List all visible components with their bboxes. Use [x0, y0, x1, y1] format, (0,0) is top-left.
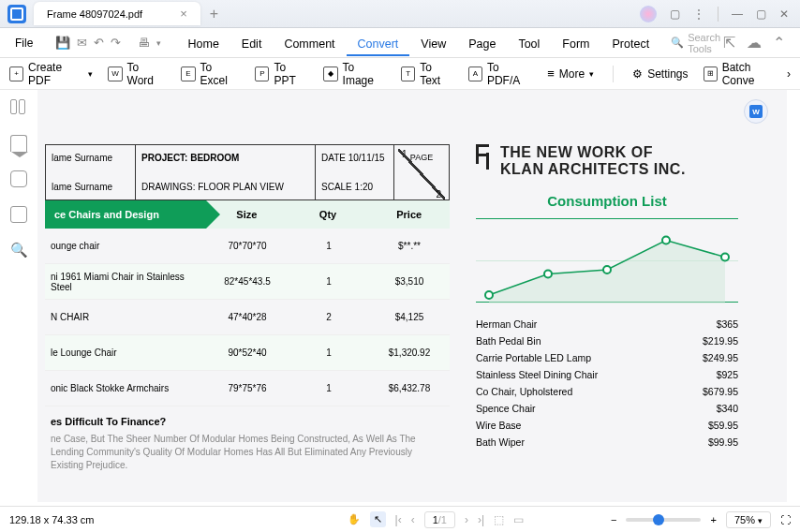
settings-button[interactable]: ⚙Settings: [632, 67, 688, 81]
list-item: Wire Base$59.95: [476, 417, 738, 434]
word-export-badge[interactable]: W: [744, 99, 768, 124]
fullscreen-icon[interactable]: ⛶: [780, 514, 791, 525]
cloud-icon[interactable]: ☁: [747, 34, 762, 52]
notes-section: es Difficult To Finance? ne Case, But Th…: [45, 406, 450, 481]
consumption-chart: [476, 218, 738, 303]
menu-view[interactable]: View: [409, 34, 457, 54]
comment-icon[interactable]: [10, 170, 27, 187]
mail-icon[interactable]: ✉: [77, 34, 87, 52]
save-icon[interactable]: 💾: [55, 34, 70, 52]
undo-icon[interactable]: ↶: [94, 34, 104, 52]
svg-point-2: [603, 266, 611, 273]
select-tool-icon[interactable]: ↖: [370, 511, 386, 527]
menu-home[interactable]: Home: [176, 34, 230, 54]
brand-title-1: THE NEW WORK OF: [500, 144, 686, 161]
list-item: Spence Chair$340: [476, 400, 738, 417]
table-row: le Lounge Chair90*52*401$1,320.92: [45, 335, 450, 371]
consumption-title: Consumption List: [476, 193, 738, 209]
to-excel-button[interactable]: ETo Excel: [181, 61, 240, 87]
drawing-header-table: lame Surname PROJECT: BEDROOM DATE 10/11…: [45, 144, 450, 200]
dimensions-readout: 129.18 x 74.33 cm: [9, 514, 95, 525]
close-tab-icon[interactable]: ×: [180, 7, 187, 21]
svg-point-4: [721, 254, 729, 261]
chevron-down-icon[interactable]: ▾: [156, 34, 161, 52]
table-row: ni 1961 Miami Chair in Stainless Steel82…: [45, 264, 450, 300]
to-word-button[interactable]: WTo Word: [108, 61, 166, 87]
zoom-slider[interactable]: [626, 518, 701, 522]
page-indicator[interactable]: 1/1: [424, 511, 455, 528]
to-pdfa-button[interactable]: ATo PDF/A: [468, 61, 533, 87]
product-table: ounge chair70*70*701$**.**ni 1961 Miami …: [45, 229, 450, 406]
search-rail-icon[interactable]: 🔍: [10, 242, 28, 259]
fit-page-icon[interactable]: ▭: [513, 513, 524, 526]
bookmark-icon[interactable]: [10, 135, 27, 152]
convert-toolbar: +Create PDF▾ WTo Word ETo Excel PTo PPT …: [0, 58, 800, 90]
prev-page-button[interactable]: ‹: [411, 513, 415, 526]
to-ppt-button[interactable]: PTo PPT: [255, 61, 308, 87]
chair-icon: [476, 144, 493, 165]
maximize-button[interactable]: ▢: [756, 7, 766, 21]
thumbnails-icon[interactable]: [10, 99, 27, 116]
statusbar: 129.18 x 74.33 cm ✋ ↖ |‹ ‹ 1/1 › ›| ⬚ ▭ …: [0, 506, 800, 532]
more-button[interactable]: ≡More▾: [547, 66, 594, 81]
svg-point-3: [662, 237, 670, 244]
zoom-in-button[interactable]: +: [710, 514, 716, 525]
ai-icon[interactable]: [640, 6, 657, 22]
menu-convert[interactable]: Convert: [347, 34, 410, 56]
first-page-button[interactable]: |‹: [395, 513, 402, 526]
list-item: Stainless Steel Dining Chair$925: [476, 366, 738, 383]
category-banner: ce Chairs and Design SizeQtyPrice: [45, 200, 450, 229]
consumption-list: Herman Chair$365Bath Pedal Bin$219.95Car…: [476, 316, 738, 451]
menu-protect[interactable]: Protect: [601, 34, 661, 54]
table-row: ounge chair70*70*701$**.**: [45, 229, 450, 264]
batch-convert-button[interactable]: ⊞Batch Conve›: [704, 61, 792, 87]
tab-title: Frame 48097024.pdf: [47, 8, 142, 20]
last-page-button[interactable]: ›|: [478, 513, 484, 526]
close-window-button[interactable]: ✕: [779, 7, 789, 21]
list-item: Herman Chair$365: [476, 316, 738, 332]
print-icon[interactable]: 🖶: [138, 34, 150, 52]
create-pdf-button[interactable]: +Create PDF▾: [9, 61, 93, 87]
table-row: onic Black Stokke Armchairs79*75*761$6,4…: [45, 371, 450, 406]
table-row: N CHAIR47*40*282$4,125: [45, 300, 450, 335]
chevron-up-icon[interactable]: ⌃: [773, 34, 785, 52]
search-tools[interactable]: 🔍 Search Tools: [671, 32, 720, 54]
to-text-button[interactable]: TTo Text: [401, 61, 453, 87]
menu-tool[interactable]: Tool: [507, 34, 551, 54]
list-item: Carrie Portable LED Lamp$249.95: [476, 349, 738, 366]
file-menu[interactable]: File: [7, 33, 40, 53]
new-tab-button[interactable]: +: [210, 6, 218, 22]
svg-point-1: [544, 271, 552, 278]
document-tab[interactable]: Frame 48097024.pdf ×: [34, 2, 200, 25]
menu-page[interactable]: Page: [457, 34, 507, 54]
search-icon: 🔍: [671, 37, 684, 49]
share-icon[interactable]: ⇱: [723, 34, 735, 52]
gear-icon: ⚙: [632, 67, 643, 81]
menubar: File 💾 ✉ ↶ ↷ 🖶 ▾ HomeEditCommentConvertV…: [0, 28, 800, 58]
kebab-menu-icon[interactable]: ⋮: [693, 7, 704, 21]
menu-form[interactable]: Form: [551, 34, 600, 54]
app-logo-icon: [7, 5, 26, 23]
svg-point-0: [485, 291, 493, 299]
brand-title-2: KLAN ARCHITECTS INC.: [500, 161, 686, 178]
document-viewport[interactable]: W lame Surname PROJECT: BEDROOM DATE 10/…: [37, 90, 787, 502]
zoom-percent[interactable]: 75% ▾: [726, 511, 771, 528]
next-page-button[interactable]: ›: [465, 513, 468, 526]
hand-tool-icon[interactable]: ✋: [348, 513, 361, 525]
redo-icon[interactable]: ↷: [111, 34, 121, 52]
zoom-out-button[interactable]: −: [611, 514, 616, 525]
left-rail: 🔍: [0, 90, 37, 493]
menu-edit[interactable]: Edit: [230, 34, 274, 54]
menu-comment[interactable]: Comment: [273, 34, 346, 54]
titlebar: Frame 48097024.pdf × + ▢ ⋮ — ▢ ✕: [0, 0, 800, 28]
minimize-button[interactable]: —: [732, 7, 743, 21]
attachment-icon[interactable]: [10, 206, 27, 223]
list-item: Bath Wiper$99.95: [476, 434, 738, 451]
list-item: Co Chair, Upholstered$679.95: [476, 383, 738, 400]
list-item: Bath Pedal Bin$219.95: [476, 332, 738, 349]
notification-icon[interactable]: ▢: [670, 7, 680, 21]
to-image-button[interactable]: ◆To Image: [323, 61, 386, 87]
fit-width-icon[interactable]: ⬚: [494, 513, 504, 526]
